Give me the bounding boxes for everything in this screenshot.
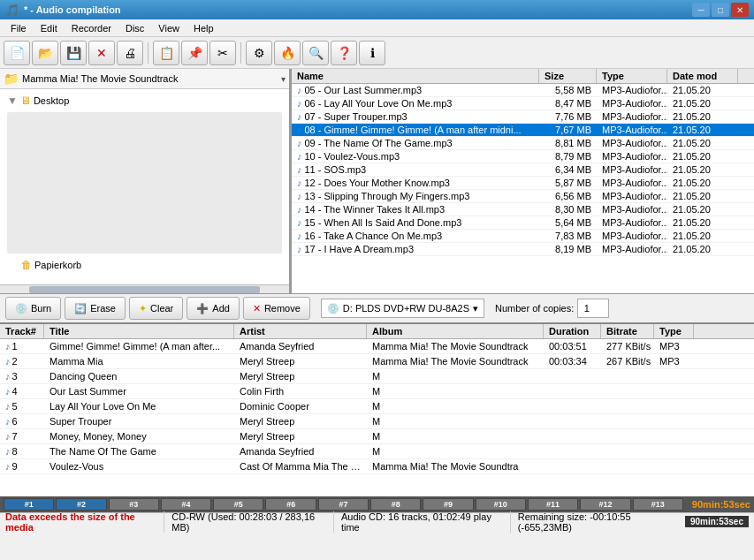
- print-button[interactable]: 🖨: [117, 41, 143, 65]
- track-row[interactable]: ♪ 2 Mamma Mia Meryl Streep Mamma Mia! Th…: [0, 354, 754, 369]
- track-music-icon: ♪: [5, 431, 11, 442]
- info-button[interactable]: ℹ: [359, 41, 385, 65]
- cut-button[interactable]: ✂: [209, 41, 236, 65]
- file-size: 8,30 MB: [539, 203, 597, 216]
- track-row[interactable]: ♪ 7 Money, Money, Money Meryl Streep M: [0, 429, 754, 444]
- file-date: 21.05.20: [667, 150, 738, 163]
- file-type: MP3-Audiofor...: [597, 216, 667, 229]
- burn-button[interactable]: 💿 Burn: [5, 297, 61, 320]
- file-row[interactable]: ♪ 14 - The Winner Takes It All.mp3 8,30 …: [292, 203, 754, 216]
- col-type[interactable]: Type: [597, 69, 667, 83]
- total-time: 90min:53sec: [692, 499, 750, 510]
- track-type: [654, 375, 694, 378]
- add-button[interactable]: ➕ Add: [187, 297, 240, 320]
- col-track[interactable]: Track#: [0, 324, 44, 338]
- col-bitrate[interactable]: Bitrate: [601, 324, 654, 338]
- open-button[interactable]: 📂: [32, 41, 58, 65]
- file-row[interactable]: ♪ 17 - I Have A Dream.mp3 8,19 MB MP3-Au…: [292, 243, 754, 256]
- file-row[interactable]: ♪ 09 - The Name Of The Game.mp3 8,81 MB …: [292, 137, 754, 150]
- menu-disc[interactable]: Disc: [118, 21, 151, 35]
- menu-file[interactable]: File: [4, 21, 34, 35]
- file-row[interactable]: ♪ 16 - Take A Chance On Me.mp3 7,83 MB M…: [292, 230, 754, 243]
- file-row[interactable]: ♪ 10 - Voulez-Vous.mp3 8,79 MB MP3-Audio…: [292, 150, 754, 163]
- track-row[interactable]: ♪ 6 Super Trouper Meryl Streep M: [0, 414, 754, 429]
- new-button[interactable]: 📄: [4, 41, 30, 65]
- track-type: [654, 435, 694, 438]
- file-type: MP3-Audiofor...: [597, 84, 667, 96]
- file-row[interactable]: ♪ 13 - Slipping Through My Fingers.mp3 6…: [292, 190, 754, 203]
- track-list[interactable]: Track# Title Artist Album Duration Bitra…: [0, 324, 754, 496]
- file-row[interactable]: ♪ 08 - Gimme! Gimme! Gimme! (A man after…: [292, 124, 754, 137]
- maximize-button[interactable]: □: [712, 3, 729, 17]
- col-size[interactable]: Size: [539, 69, 597, 83]
- file-type: MP3-Audiofor...: [597, 124, 667, 136]
- drive-dropdown-icon[interactable]: ▾: [473, 303, 478, 314]
- add-label: Add: [212, 303, 230, 314]
- track-type: [654, 420, 694, 423]
- tree-scrollbar[interactable]: [0, 284, 289, 293]
- file-size: 7,76 MB: [539, 110, 597, 123]
- track-artist: Meryl Streep: [234, 429, 367, 443]
- toolbar: 📄 📂 💾 ✕ 🖨 📋 📌 ✂ ⚙ 🔥 🔍 ❓ ℹ: [0, 37, 754, 69]
- tree-item-desktop[interactable]: ▼ 🖥 Desktop: [4, 93, 286, 109]
- file-row[interactable]: ♪ 07 - Super Trouper.mp3 7,76 MB MP3-Aud…: [292, 110, 754, 124]
- copy-button[interactable]: 📋: [153, 41, 179, 65]
- track-row[interactable]: ♪ 8 The Name Of The Game Amanda Seyfried…: [0, 444, 754, 459]
- remove-button[interactable]: ✕ Remove: [243, 297, 310, 320]
- delete-button[interactable]: ✕: [88, 41, 115, 65]
- file-list-panel[interactable]: Name Size Type Date mod ♪ 05 - Our Last …: [292, 69, 754, 293]
- menu-edit[interactable]: Edit: [34, 21, 65, 35]
- tree-item-papierkorb[interactable]: 🗑 Papierkorb: [4, 257, 286, 273]
- music-file-icon: ♪: [297, 231, 302, 241]
- file-date: 21.05.20: [667, 163, 738, 176]
- track-music-icon: ♪: [5, 386, 11, 397]
- col-type-track[interactable]: Type: [654, 324, 694, 338]
- help-button[interactable]: ❓: [331, 41, 357, 65]
- col-title[interactable]: Title: [44, 324, 234, 338]
- dropdown-arrow-icon[interactable]: ▾: [281, 74, 286, 84]
- music-file-icon: ♪: [297, 125, 302, 135]
- track-row[interactable]: ♪ 4 Our Last Summer Colin Firth M: [0, 384, 754, 399]
- col-name[interactable]: Name: [292, 69, 539, 83]
- copies-input[interactable]: [577, 299, 609, 318]
- left-panel: 📁 Mamma Mia! The Movie Soundtrack ▾ ▼ 🖥 …: [0, 69, 292, 293]
- music-file-icon: ♪: [297, 204, 302, 215]
- track-row[interactable]: ♪ 9 Voulez-Vous Cast Of Mamma Mia The Mo…: [0, 459, 754, 474]
- col-duration[interactable]: Duration: [544, 324, 601, 338]
- paste-button[interactable]: 📌: [181, 41, 208, 65]
- minimize-button[interactable]: ─: [692, 3, 710, 17]
- file-row[interactable]: ♪ 06 - Lay All Your Love On Me.mp3 8,47 …: [292, 97, 754, 110]
- menu-view[interactable]: View: [151, 21, 187, 35]
- file-row[interactable]: ♪ 05 - Our Last Summer.mp3 5,58 MB MP3-A…: [292, 84, 754, 97]
- folder-tree: ▼ 🖥 Desktop 🗑 Papierkorb: [0, 89, 289, 284]
- file-name: 15 - When All Is Said And Done.mp3: [305, 217, 462, 228]
- clear-button[interactable]: ✦ Clear: [129, 297, 183, 320]
- track-duration: [544, 435, 601, 438]
- app-icon: 🎵: [5, 4, 19, 17]
- close-button[interactable]: ✕: [731, 3, 749, 17]
- save-button[interactable]: 💾: [60, 41, 87, 65]
- music-file-icon: ♪: [297, 217, 302, 228]
- search-button[interactable]: 🔍: [302, 41, 329, 65]
- col-date[interactable]: Date mod: [667, 69, 738, 83]
- add-icon: ➕: [196, 303, 209, 314]
- settings-button[interactable]: ⚙: [246, 41, 272, 65]
- erase-button[interactable]: 🔄 Erase: [65, 297, 126, 320]
- file-row[interactable]: ♪ 15 - When All Is Said And Done.mp3 5,6…: [292, 216, 754, 230]
- col-album[interactable]: Album: [367, 324, 544, 338]
- track-row[interactable]: ♪ 5 Lay All Your Love On Me Dominic Coop…: [0, 399, 754, 414]
- file-name: 14 - The Winner Takes It All.mp3: [305, 204, 446, 215]
- file-type: MP3-Audiofor...: [597, 177, 667, 189]
- file-row[interactable]: ♪ 12 - Does Your Mother Know.mp3 5,87 MB…: [292, 177, 754, 190]
- burn-toolbar-button[interactable]: 🔥: [274, 41, 301, 65]
- file-row[interactable]: ♪ 11 - SOS.mp3 6,34 MB MP3-Audiofor... 2…: [292, 163, 754, 177]
- col-artist[interactable]: Artist: [234, 324, 367, 338]
- track-row[interactable]: ♪ 1 Gimme! Gimme! Gimme! (A man after...…: [0, 339, 754, 354]
- menu-help[interactable]: Help: [187, 21, 221, 35]
- progress-slot: #4: [161, 498, 211, 511]
- menu-recorder[interactable]: Recorder: [65, 21, 118, 35]
- track-row[interactable]: ♪ 3 Dancing Queen Meryl Streep M: [0, 369, 754, 384]
- burn-label: Burn: [31, 303, 51, 314]
- folder-dropdown[interactable]: 📁 Mamma Mia! The Movie Soundtrack ▾: [0, 69, 289, 89]
- drive-select[interactable]: 💿 D: PLDS DVD+RW DU-8A2S ▾: [321, 299, 484, 318]
